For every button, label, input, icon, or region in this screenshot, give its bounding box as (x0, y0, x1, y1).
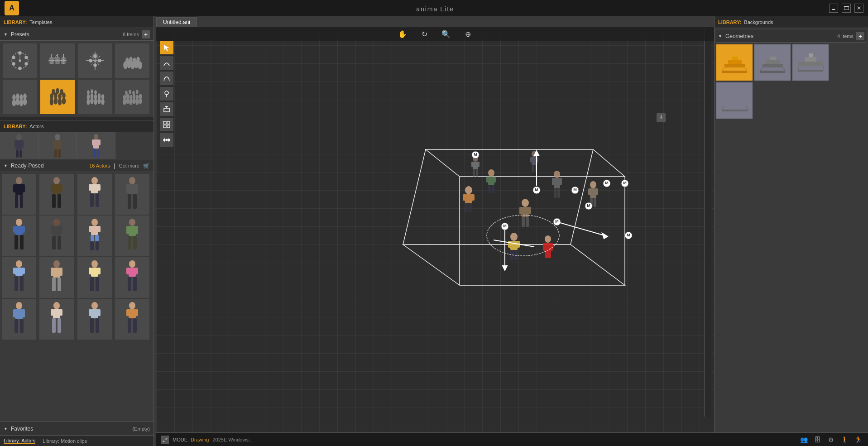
library-motion-clips-tab[interactable]: Library: Motion clips (43, 438, 87, 444)
scroll-indicator[interactable] (704, 27, 711, 417)
svg-line-320 (722, 106, 724, 110)
geometry-item-2[interactable] (754, 44, 791, 81)
actors-scroll[interactable] (0, 172, 153, 422)
preset-item-1[interactable] (3, 43, 37, 78)
right-library-header: LIBRARY: Backgrounds (715, 16, 868, 28)
svg-rect-103 (15, 184, 23, 195)
panel-divider[interactable]: · · · (0, 117, 153, 120)
minimize-button[interactable]: 🗕 (829, 4, 838, 13)
svg-point-227 (488, 169, 494, 177)
status-bar: MODE: Drawing 2025E Windows... 👥 🗄 ⚙ 🚶 🏃 (156, 432, 868, 446)
svg-rect-109 (53, 184, 60, 194)
actor-item-15[interactable] (77, 299, 112, 340)
actor-item-9[interactable] (2, 257, 36, 298)
svg-rect-187 (58, 318, 61, 333)
svg-marker-216 (426, 149, 625, 177)
preset-item-5[interactable] (3, 80, 37, 114)
svg-rect-225 (465, 203, 468, 212)
actor-item-10[interactable] (39, 257, 74, 298)
people-icon[interactable]: 👥 (798, 434, 809, 445)
group-tool[interactable] (160, 118, 173, 131)
settings-icon[interactable]: ⚙ (825, 434, 836, 445)
svg-rect-173 (135, 268, 138, 274)
preset-item-3[interactable] (78, 43, 112, 78)
svg-point-152 (16, 260, 22, 268)
svg-point-5 (12, 62, 15, 65)
svg-point-73 (139, 98, 142, 104)
close-button[interactable]: ✕ (854, 4, 863, 13)
library-name: Templates (29, 19, 52, 25)
svg-rect-266 (476, 169, 478, 177)
person-icon[interactable]: 🚶 (839, 434, 850, 445)
actor-item-14[interactable] (39, 299, 74, 340)
svg-text:M: M (623, 181, 627, 185)
orbit-tool[interactable]: ↻ (418, 28, 431, 40)
svg-rect-268 (532, 157, 537, 165)
svg-rect-191 (97, 309, 101, 316)
curve-tool[interactable] (160, 72, 173, 85)
preset-item-4[interactable] (115, 43, 149, 78)
actor-item-13[interactable] (2, 299, 36, 340)
preset-item-6[interactable] (40, 80, 75, 114)
select-move-tool[interactable] (160, 41, 173, 54)
svg-rect-169 (96, 277, 99, 291)
svg-rect-185 (59, 309, 62, 316)
hand-tool[interactable]: ✋ (396, 28, 409, 40)
actor-item-7[interactable] (77, 216, 112, 256)
library-actors-tab[interactable]: Library: Actors (4, 438, 35, 444)
actor-preview-1[interactable] (0, 132, 38, 159)
svg-rect-149 (135, 226, 138, 234)
actor-item-1[interactable] (2, 174, 36, 215)
svg-point-298 (487, 215, 559, 256)
svg-rect-156 (14, 276, 18, 291)
presets-add-button[interactable]: + (142, 30, 150, 38)
geometry-item-3[interactable] (792, 44, 829, 81)
svg-point-63 (98, 94, 100, 98)
waypoint-tool[interactable] (160, 87, 173, 101)
zoom-tool[interactable]: 🔍 (440, 28, 452, 40)
preset-item-8[interactable] (115, 80, 149, 114)
svg-point-158 (53, 260, 60, 268)
svg-point-277 (571, 187, 579, 194)
svg-rect-106 (15, 195, 18, 208)
svg-text:M: M (535, 187, 538, 192)
preset-item-7[interactable] (78, 80, 112, 114)
svg-rect-130 (14, 235, 18, 249)
database-icon[interactable]: 🗄 (812, 434, 823, 445)
geometry-item-1[interactable] (716, 44, 753, 81)
actor-item-4[interactable] (115, 174, 149, 215)
main-viewport[interactable]: M M M M M M M M M (156, 27, 714, 444)
geometry-item-4[interactable] (716, 82, 753, 119)
actor-item-12[interactable] (115, 257, 149, 298)
svg-rect-136 (52, 236, 56, 249)
actor-item-2[interactable] (39, 174, 74, 215)
preset-item-2[interactable] (40, 43, 75, 78)
actor-item-8[interactable] (115, 216, 149, 256)
svg-point-44 (50, 99, 53, 105)
actor-item-11[interactable] (77, 257, 112, 298)
run-icon[interactable]: 🏃 (853, 434, 863, 445)
svg-point-45 (54, 98, 57, 104)
svg-rect-145 (96, 241, 99, 250)
path-tool[interactable] (160, 56, 173, 70)
actor-item-6[interactable] (39, 216, 74, 256)
actor-item-16[interactable] (115, 299, 149, 340)
actor-item-3[interactable] (77, 174, 112, 215)
fit-tool[interactable]: ⊕ (461, 28, 474, 40)
svg-rect-104 (13, 184, 16, 192)
geometries-add-button[interactable]: + (856, 32, 864, 40)
get-more-link[interactable]: Get more (119, 163, 139, 168)
actor-item-5[interactable] (2, 216, 36, 256)
svg-rect-11 (56, 58, 59, 64)
svg-rect-163 (58, 278, 61, 291)
transform-tool[interactable] (160, 102, 173, 116)
maximize-button[interactable]: 🗖 (842, 4, 851, 13)
cart-icon[interactable]: 🛒 (143, 163, 150, 169)
file-tab[interactable]: Untitled.ani (156, 17, 197, 27)
actor-preview-2[interactable] (38, 132, 77, 159)
actor-preview-3[interactable] (77, 132, 115, 159)
svg-rect-260 (550, 243, 553, 251)
svg-rect-192 (90, 318, 94, 333)
svg-rect-314 (805, 57, 816, 62)
distribute-tool[interactable] (160, 133, 173, 147)
